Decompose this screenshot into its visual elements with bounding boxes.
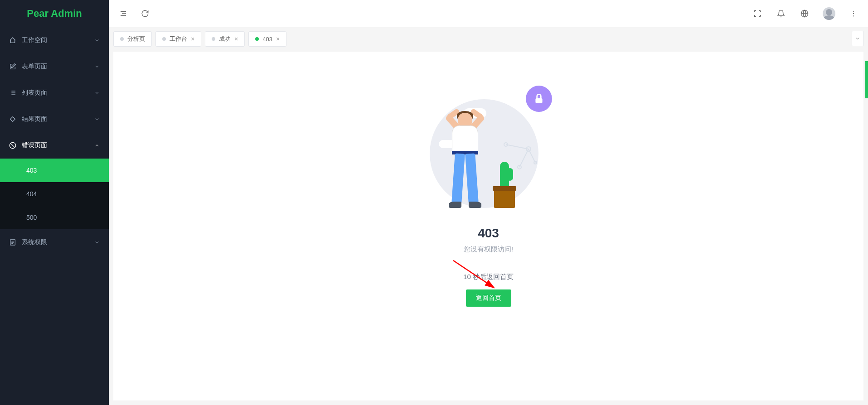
tab-dot-icon — [255, 37, 259, 41]
sidebar-item-error[interactable]: 错误页面 — [0, 132, 109, 159]
svg-line-7 — [10, 143, 15, 147]
main: 分析页 工作台 × 成功 × 403 × — [109, 0, 868, 405]
content: 403 您没有权限访问! 10 秒后返回首页 返回首页 — [113, 52, 863, 400]
sidebar-subitem-label: 500 — [26, 214, 37, 221]
notification-button[interactable] — [776, 8, 786, 19]
sidebar-item-label: 系统权限 — [22, 238, 94, 246]
accent-strip — [865, 61, 868, 98]
tab-workbench[interactable]: 工作台 × — [155, 31, 201, 47]
error-illustration — [425, 86, 552, 212]
svg-point-17 — [853, 11, 854, 12]
header — [109, 0, 868, 27]
close-icon[interactable]: × — [276, 35, 280, 43]
sidebar-item-workspace[interactable]: 工作空间 — [0, 27, 109, 53]
tab-label: 成功 — [219, 35, 231, 43]
sidebar-item-label: 结果页面 — [22, 115, 94, 123]
tab-analysis[interactable]: 分析页 — [113, 31, 152, 47]
sidebar: Pear Admin 工作空间 表单页面 列 — [0, 0, 109, 405]
return-home-button[interactable]: 返回首页 — [466, 289, 511, 307]
sidebar-item-permission[interactable]: 系统权限 — [0, 229, 109, 256]
tab-dot-icon — [212, 37, 215, 41]
fullscreen-button[interactable] — [752, 8, 763, 19]
tab-label: 工作台 — [170, 35, 187, 43]
header-right — [752, 7, 859, 20]
sidebar-submenu-error: 403 404 500 — [0, 159, 109, 229]
tab-label: 分析页 — [127, 35, 145, 43]
tag-icon — [9, 116, 16, 123]
more-button[interactable] — [848, 8, 859, 19]
close-icon[interactable]: × — [191, 35, 194, 43]
sidebar-item-list[interactable]: 列表页面 — [0, 80, 109, 106]
block-icon — [9, 142, 16, 149]
chevron-down-icon — [94, 116, 100, 122]
language-button[interactable] — [799, 8, 810, 19]
logo-text: Pear Admin — [27, 8, 82, 19]
list-icon — [9, 89, 16, 96]
svg-line-26 — [529, 149, 535, 163]
tabs-expand-button[interactable] — [852, 31, 863, 46]
edit-icon — [9, 63, 16, 70]
home-icon — [9, 37, 16, 44]
chevron-up-icon — [94, 143, 100, 148]
sidebar-item-label: 工作空间 — [22, 36, 94, 44]
sidebar-subitem-label: 404 — [26, 190, 37, 198]
error-subtitle: 您没有权限访问! — [464, 245, 513, 254]
svg-line-24 — [506, 145, 529, 149]
sidebar-item-label: 表单页面 — [22, 63, 94, 71]
svg-line-25 — [519, 149, 529, 167]
error-title: 403 — [478, 226, 499, 241]
tabs: 分析页 工作台 × 成功 × 403 × — [113, 31, 286, 47]
avatar[interactable] — [823, 7, 835, 20]
chevron-down-icon — [94, 64, 100, 69]
header-left — [118, 8, 150, 19]
chevron-down-icon — [94, 38, 100, 43]
tab-dot-icon — [120, 37, 124, 41]
lock-icon — [526, 86, 552, 112]
svg-point-19 — [853, 15, 854, 16]
close-icon[interactable]: × — [234, 35, 238, 43]
logo[interactable]: Pear Admin — [0, 0, 109, 27]
sidebar-subitem-label: 403 — [26, 167, 37, 174]
tabs-bar: 分析页 工作台 × 成功 × 403 × — [109, 27, 868, 47]
collapse-button[interactable] — [118, 8, 129, 19]
tab-dot-icon — [162, 37, 166, 41]
sidebar-item-form[interactable]: 表单页面 — [0, 53, 109, 80]
sidebar-subitem-403[interactable]: 403 — [0, 159, 109, 182]
chevron-down-icon — [94, 90, 100, 96]
svg-rect-27 — [535, 98, 542, 103]
chevron-down-icon — [94, 240, 100, 245]
error-countdown: 10 秒后返回首页 — [463, 273, 514, 281]
sidebar-item-result[interactable]: 结果页面 — [0, 106, 109, 132]
tab-403[interactable]: 403 × — [248, 31, 286, 47]
sidebar-subitem-404[interactable]: 404 — [0, 182, 109, 206]
tab-success[interactable]: 成功 × — [205, 31, 245, 47]
doc-icon — [9, 239, 16, 246]
sidebar-item-label: 错误页面 — [22, 141, 94, 149]
refresh-button[interactable] — [140, 8, 150, 19]
svg-point-18 — [853, 13, 854, 14]
sidebar-item-label: 列表页面 — [22, 89, 94, 97]
sidebar-subitem-500[interactable]: 500 — [0, 206, 109, 229]
tab-label: 403 — [262, 36, 272, 43]
